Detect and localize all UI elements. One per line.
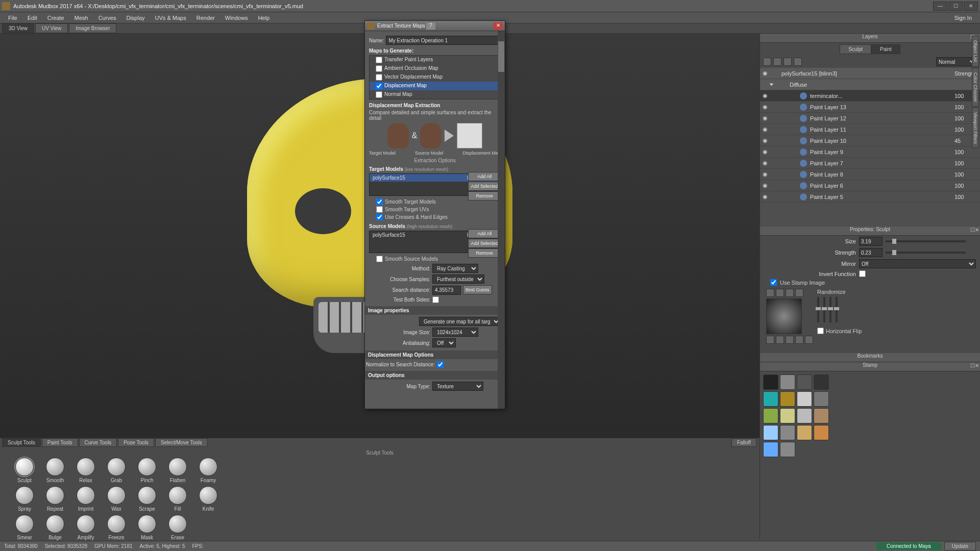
stamp-move-icon[interactable] <box>776 336 784 344</box>
image-size-select[interactable]: 1024x1024 <box>432 328 478 337</box>
menu-mesh[interactable]: Mesh <box>69 15 93 21</box>
layers-tab-paint[interactable]: Paint <box>871 44 900 54</box>
stamp-swatch[interactable] <box>780 408 795 423</box>
tool-repeat[interactable]: Repeat <box>41 486 69 512</box>
tab-image-browser[interactable]: Image Browser <box>69 23 116 33</box>
tm-add-selected-button[interactable]: Add Selected <box>468 182 501 191</box>
tm-add-all-button[interactable]: Add All <box>468 172 501 181</box>
tool-erase[interactable]: Erase <box>163 515 192 540</box>
layer-row[interactable]: ◉Paint Layer 12100 <box>760 113 980 124</box>
tool-scrape[interactable]: Scrape <box>133 486 161 512</box>
stamp-swatch[interactable] <box>780 374 795 390</box>
sidetab-viewport-filters[interactable]: Viewport Filters <box>972 108 979 148</box>
invert-checkbox[interactable] <box>859 270 866 277</box>
stamp-swatch[interactable] <box>797 391 812 407</box>
menu-edit[interactable]: Edit <box>22 15 42 21</box>
stamp-refresh-icon[interactable] <box>776 289 784 297</box>
visibility-icon[interactable]: ◉ <box>760 70 770 77</box>
maximize-button[interactable]: ☐ <box>948 2 963 11</box>
dialog-close-button[interactable]: ✕ <box>494 22 503 30</box>
strength-slider[interactable] <box>886 252 966 254</box>
menu-windows[interactable]: Windows <box>220 15 253 21</box>
new-layer-icon[interactable] <box>763 58 771 66</box>
rand-slider-4[interactable] <box>836 297 838 322</box>
stamp-btn-4[interactable] <box>795 289 803 297</box>
strength-input[interactable] <box>859 248 883 257</box>
layer-visibility-icon[interactable]: ◉ <box>760 104 770 110</box>
stamp-swatch[interactable] <box>763 408 778 423</box>
stamp-close-icon[interactable]: ☐✕ <box>970 363 979 368</box>
antialiasing-select[interactable]: Off <box>432 338 456 347</box>
layer-visibility-icon[interactable]: ◉ <box>760 193 770 200</box>
map-type-select[interactable]: Texture <box>432 382 483 391</box>
tool-pinch[interactable]: Pinch <box>133 458 161 483</box>
rand-slider-3[interactable] <box>829 297 831 322</box>
layer-visibility-icon[interactable]: ◉ <box>760 115 770 121</box>
tool-grab[interactable]: Grab <box>102 458 131 483</box>
size-slider[interactable] <box>886 240 966 242</box>
extraction-name-input[interactable] <box>386 36 501 45</box>
stamp-swatch[interactable] <box>814 391 829 407</box>
tool-knife[interactable]: Knife <box>194 486 223 512</box>
minimize-button[interactable]: — <box>933 2 947 11</box>
layer-visibility-icon[interactable]: ◉ <box>760 171 770 178</box>
stamp-rotate-icon[interactable] <box>766 336 774 344</box>
stamp-swatch[interactable] <box>814 425 829 440</box>
method-select[interactable]: Ray Casting <box>432 264 478 273</box>
size-input[interactable] <box>859 237 883 246</box>
update-button[interactable]: Update <box>944 542 976 550</box>
layer-row[interactable]: ◉Paint Layer 8100 <box>760 169 980 180</box>
use-creases-checkbox[interactable] <box>376 214 383 220</box>
tab-paint-tools[interactable]: Paint Tools <box>42 438 78 447</box>
tool-relax[interactable]: Relax <box>71 458 100 483</box>
map-option[interactable]: Normal Map <box>370 90 500 99</box>
menu-render[interactable]: Render <box>191 15 220 21</box>
stamp-btn-3[interactable] <box>786 289 794 297</box>
test-both-sides-checkbox[interactable] <box>432 296 439 303</box>
sm-add-all-button[interactable]: Add All <box>468 229 501 238</box>
tab-3d-view[interactable]: 3D View <box>2 23 34 33</box>
delete-layer-icon[interactable] <box>783 58 792 66</box>
layer-channel-row[interactable]: Diffuse <box>760 79 980 90</box>
layer-row[interactable]: ◉Paint Layer 6100 <box>760 180 980 191</box>
map-option[interactable]: Transfer Paint Layers <box>370 56 500 64</box>
tool-freeze[interactable]: Freeze <box>102 515 131 540</box>
tool-smear[interactable]: Smear <box>10 515 39 540</box>
tool-sculpt[interactable]: Sculpt <box>10 458 39 483</box>
bookmarks-header[interactable]: Bookmarks <box>760 353 980 362</box>
sidetab-color-chooser[interactable]: Color Chooser <box>972 68 979 107</box>
stamp-btn-1[interactable] <box>766 289 774 297</box>
blend-mode-select[interactable]: Normal <box>936 57 977 66</box>
menu-help[interactable]: Help <box>253 15 275 21</box>
normalize-checkbox[interactable] <box>437 361 444 368</box>
map-checkbox[interactable] <box>376 83 382 89</box>
menu-create[interactable]: Create <box>42 15 69 21</box>
tool-fill[interactable]: Fill <box>163 486 192 512</box>
dialog-help-button[interactable]: ? <box>426 22 435 30</box>
map-checkbox[interactable] <box>376 91 382 98</box>
stamp-swatch[interactable] <box>763 425 778 440</box>
generate-map-select[interactable]: Generate one map for all targets <box>419 317 501 326</box>
smooth-source-models-checkbox[interactable] <box>376 256 383 262</box>
tab-select-tools[interactable]: Select/Move Tools <box>155 438 208 447</box>
mirror-select[interactable]: Off <box>859 259 976 268</box>
layer-visibility-icon[interactable]: ◉ <box>760 137 770 144</box>
layer-row[interactable]: ◉Paint Layer 7100 <box>760 158 980 169</box>
tab-pose-tools[interactable]: Pose Tools <box>118 438 154 447</box>
layer-visibility-icon[interactable]: ◉ <box>760 182 770 189</box>
tool-imprint[interactable]: Imprint <box>71 486 100 512</box>
tab-curve-tools[interactable]: Curve Tools <box>79 438 117 447</box>
best-guess-button[interactable]: Best Guess <box>463 285 492 294</box>
map-checkbox[interactable] <box>376 74 382 81</box>
menu-uvs[interactable]: UVs & Maps <box>150 15 191 21</box>
sidetab-object-list[interactable]: Object List <box>972 36 979 67</box>
layer-surface-row[interactable]: ◉ polySurface15 [blinn3] Strength <box>760 68 980 79</box>
tm-remove-button[interactable]: Remove <box>468 191 501 201</box>
dialog-titlebar[interactable]: Extract Texture Maps ? ✕ <box>365 21 505 31</box>
stamp-swatch[interactable] <box>780 391 795 407</box>
sign-in-link[interactable]: Sign In <box>949 15 977 21</box>
tool-spray[interactable]: Spray <box>10 486 39 512</box>
layer-row[interactable]: ◉Paint Layer 9100 <box>760 146 980 158</box>
layer-visibility-icon[interactable]: ◉ <box>760 148 770 155</box>
dialog-scrollbar[interactable] <box>498 31 505 409</box>
